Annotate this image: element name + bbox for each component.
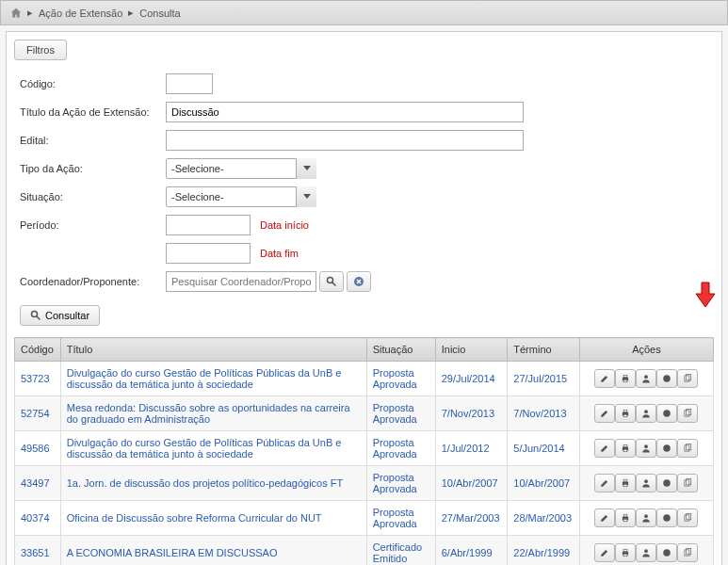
copy-button[interactable] [677,439,698,458]
cell-termino: 28/Mar/2003 [508,501,580,536]
chevron-down-icon [296,186,316,207]
breadcrumb-item-1[interactable]: Ação de Extensão [39,8,122,19]
cell-inicio: 27/Mar/2003 [435,501,508,536]
table-row: 434971a. Jorn. de discussão dos projetos… [15,466,714,501]
cell-inicio: 1/Jul/2012 [435,431,508,466]
th-titulo[interactable]: Título [60,338,366,362]
periodo-ate-input[interactable] [166,243,251,264]
pencil-icon [600,407,609,421]
printer-icon [621,442,630,456]
edit-button[interactable] [594,474,615,492]
situacao-select[interactable]: -Selecione- [166,186,316,207]
copy-icon [683,476,692,491]
view-button[interactable] [656,404,677,423]
situacao-select-value: -Selecione- [171,191,224,202]
copy-button[interactable] [677,369,698,388]
cell-codigo: 40374 [15,501,61,536]
view-button[interactable] [656,439,677,458]
circle-icon [662,442,671,456]
pencil-icon [600,546,609,560]
codigo-input[interactable] [166,73,213,94]
codigo-label: Código: [20,78,166,89]
cell-termino: 10/Abr/2007 [508,466,580,501]
edital-label: Edital: [20,135,166,146]
person-button[interactable] [636,508,656,527]
edit-button[interactable] [594,439,615,458]
th-inicio[interactable]: Inicio [435,338,508,362]
breadcrumb-item-2[interactable]: Consulta [139,8,180,19]
cell-situacao: Proposta Aprovada [366,396,435,431]
titulo-input[interactable] [166,102,524,122]
pencil-icon [600,372,609,386]
edital-input[interactable] [166,130,524,151]
circle-icon [662,476,671,491]
table-row: 49586Divulgação do curso Gestão de Polít… [15,431,714,466]
edit-button[interactable] [594,508,615,527]
print-button[interactable] [615,543,636,562]
print-button[interactable] [615,404,636,423]
person-button[interactable] [636,404,656,423]
th-acoes: Ações [579,338,713,362]
edit-button[interactable] [594,404,615,423]
view-button[interactable] [656,543,677,562]
print-button[interactable] [615,474,636,492]
svg-point-9 [664,375,671,382]
cell-titulo: Mesa redonda: Discussão sobre as oportun… [60,396,366,431]
printer-icon [621,546,630,560]
filtros-toggle[interactable]: Filtros [14,40,67,60]
cell-situacao: Certificado Emitido [366,536,435,566]
view-button[interactable] [656,474,677,492]
cell-titulo: Divulgação do curso Gestão de Políticas … [60,431,366,466]
circle-icon [662,511,671,525]
cell-situacao: Proposta Aprovada [366,431,435,466]
coord-clear-button[interactable] [347,271,371,292]
periodo-de-input[interactable] [166,215,251,235]
person-button[interactable] [636,543,656,562]
coord-label: Coordenador/Proponente: [20,276,166,287]
svg-rect-42 [624,554,628,557]
situacao-label: Situação: [20,191,166,202]
breadcrumb-sep: ▸ [27,7,33,19]
cell-inicio: 6/Abr/1999 [435,536,508,566]
view-button[interactable] [656,369,677,388]
person-icon [641,476,651,491]
tipo-select[interactable]: -Selecione- [166,158,316,179]
person-button[interactable] [636,474,656,492]
main-panel: Filtros Código: Título da Ação de Extens… [6,31,722,565]
printer-icon [621,476,630,491]
copy-button[interactable] [677,474,698,492]
svg-rect-20 [624,444,628,447]
edit-button[interactable] [594,369,615,388]
coord-search-button[interactable] [319,271,344,292]
svg-point-44 [664,549,671,557]
print-button[interactable] [615,369,636,388]
svg-rect-14 [624,414,628,417]
copy-icon [683,372,692,386]
copy-icon [683,511,692,525]
svg-point-29 [645,479,649,483]
copy-button[interactable] [677,508,698,527]
th-codigo[interactable]: Código [15,338,61,362]
th-termino[interactable]: Término [508,338,580,362]
chevron-down-icon [296,158,316,179]
table-row: 52754Mesa redonda: Discussão sobre as op… [15,396,714,431]
svg-point-36 [645,514,649,518]
print-button[interactable] [615,508,636,527]
coord-input[interactable] [166,271,316,292]
copy-button[interactable] [677,404,698,423]
view-button[interactable] [656,508,677,527]
svg-rect-6 [624,375,628,378]
person-button[interactable] [636,439,656,458]
svg-point-15 [645,410,649,413]
person-button[interactable] [636,369,656,388]
printer-icon [621,511,630,525]
print-button[interactable] [615,439,636,458]
consultar-button[interactable]: Consultar [20,305,100,326]
cell-acoes [579,362,713,396]
copy-button[interactable] [677,543,698,562]
edit-button[interactable] [594,543,615,562]
th-situacao[interactable]: Situação [366,338,435,362]
results-table: Código Título Situação Inicio Término Aç… [14,337,714,565]
svg-rect-13 [624,410,628,412]
close-icon [353,276,364,287]
